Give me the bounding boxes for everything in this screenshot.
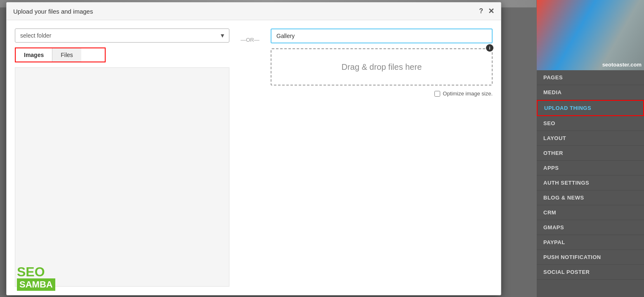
drop-zone[interactable]: Drag & drop files here [271,48,493,86]
modal-header: Upload your files and images ? ✕ [7,2,501,20]
optimize-row: Optimize image size. [271,90,493,97]
gallery-input[interactable] [271,29,493,43]
sidebar-item-pages[interactable]: PAGES [537,70,644,85]
sidebar-item-gmaps[interactable]: GMAPS [537,220,644,235]
modal-close-button[interactable]: ✕ [488,7,494,15]
modal-body: select folder ▼ Images Files —OR— i [7,20,501,295]
sidebar-item-media[interactable]: MEDIA [537,85,644,100]
folder-select-wrapper: select folder ▼ [15,29,229,43]
optimize-label: Optimize image size. [443,90,493,97]
samba-badge: SAMBA [17,278,55,291]
tab-files[interactable]: Files [52,48,81,62]
seo-text: SEO [17,265,55,278]
sidebar-item-social-poster[interactable]: SOCIAL POSTER [537,265,644,280]
sidebar-item-seo[interactable]: SEO [537,116,644,131]
optimize-checkbox[interactable] [434,91,440,97]
sidebar-item-paypal[interactable]: PAYPAL [537,235,644,250]
sidebar-image-area: seotoaster.com [537,0,644,70]
upload-modal: Upload your files and images ? ✕ select … [6,2,501,295]
bottom-branding: SEO SAMBA [13,261,59,295]
sidebar-brand: seotoaster.com [602,62,642,68]
sidebar-item-upload-things[interactable]: Upload things [537,100,644,116]
modal-title: Upload your files and images [13,8,93,15]
sidebar-image: seotoaster.com [537,0,644,70]
drop-zone-text: Drag & drop files here [342,62,422,72]
sidebar-item-blog-news[interactable]: BLOG & NEWS [537,190,644,205]
modal-header-actions: ? ✕ [479,7,494,15]
tab-images[interactable]: Images [16,48,52,62]
sidebar-item-layout[interactable]: LAYOUT [537,131,644,146]
modal-help-button[interactable]: ? [479,7,483,15]
right-panel: i Drag & drop files here Optimize image … [271,29,493,287]
sidebar-item-push-notification[interactable]: PUSH NOTIFICATION [537,250,644,265]
sidebar-item-auth-settings[interactable]: AUTH SETTINGS [537,176,644,190]
tabs-row: Images Files [15,48,106,62]
or-divider: —OR— [238,29,262,287]
file-list-area [15,67,229,287]
drop-zone-wrapper: i Drag & drop files here [271,48,493,86]
sidebar-item-apps[interactable]: APPS [537,161,644,176]
or-text: —OR— [241,37,259,43]
sidebar-item-crm[interactable]: CRM [537,205,644,220]
info-icon[interactable]: i [486,44,493,52]
sidebar-item-other[interactable]: OTHER [537,146,644,161]
folder-select[interactable]: select folder [15,29,229,43]
sidebar-nav: PAGES MEDIA Upload things SEO LAYOUT OTH… [537,70,644,280]
right-sidebar: seotoaster.com PAGES MEDIA Upload things… [537,0,644,297]
left-panel: select folder ▼ Images Files [15,29,229,287]
